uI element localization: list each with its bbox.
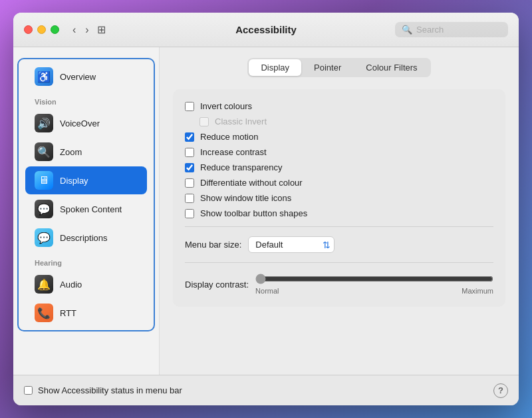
settings-area: Invert colours Classic Invert Reduce mot… [173, 89, 505, 307]
window-title: Accessibility [235, 24, 297, 35]
bottom-checkbox-row: Show Accessibility status in menu bar [24, 385, 493, 395]
increase-contrast-label: Increase contrast [200, 147, 267, 157]
classic-invert-row: Classic Invert [185, 114, 493, 129]
spoken-icon: 💬 [35, 200, 53, 218]
sidebar-item-rtt[interactable]: 📞 RTT [25, 299, 147, 327]
menu-bar-size-row: Menu bar size: Default Large ⇅ [185, 232, 493, 257]
reduce-motion-checkbox[interactable] [185, 132, 194, 142]
right-panel: Display Pointer Colour Filters Invert co… [160, 47, 519, 375]
sidebar-item-display[interactable]: 🖥 Display [25, 166, 147, 194]
sidebar: ♿ Overview Vision 🔊 VoiceOver 🔍 Zoom 🖥 [13, 47, 160, 375]
sidebar-item-label-descriptions: Descriptions [60, 233, 108, 243]
sidebar-overview-border: ♿ Overview Vision 🔊 VoiceOver 🔍 Zoom 🖥 [17, 58, 155, 331]
slider-labels: Normal Maximum [255, 287, 493, 295]
tab-pointer[interactable]: Pointer [302, 59, 353, 76]
search-icon: 🔍 [402, 25, 412, 35]
differentiate-checkbox[interactable] [185, 178, 194, 188]
window: ‹ › ⊞ Accessibility 🔍 ♿ Overview Vision … [13, 13, 519, 405]
sidebar-item-spoken[interactable]: 💬 Spoken Content [25, 195, 147, 223]
help-button[interactable]: ? [493, 383, 508, 398]
zoom-icon: 🔍 [35, 142, 53, 161]
sidebar-item-zoom[interactable]: 🔍 Zoom [25, 138, 147, 166]
contrast-slider-container: Normal Maximum [255, 274, 493, 295]
slider-min-label: Normal [255, 287, 279, 295]
nav-buttons: ‹ › [70, 23, 92, 37]
overview-icon: ♿ [35, 67, 53, 86]
differentiate-row: Differentiate without colour [185, 175, 493, 190]
hearing-section-label: Hearing [20, 252, 152, 270]
close-button[interactable] [24, 25, 33, 34]
toolbar-shapes-label: Show toolbar button shapes [200, 208, 307, 218]
increase-contrast-checkbox[interactable] [185, 148, 194, 157]
sidebar-item-audio[interactable]: 🔔 Audio [25, 270, 147, 298]
menu-bar-size-select[interactable]: Default Large [248, 236, 334, 253]
sidebar-item-label-zoom: Zoom [60, 147, 82, 157]
window-title-checkbox[interactable] [185, 194, 194, 203]
reduce-motion-row: Reduce motion [185, 129, 493, 144]
titlebar: ‹ › ⊞ Accessibility 🔍 [13, 13, 519, 47]
search-bar: 🔍 [395, 22, 508, 37]
classic-invert-label: Classic Invert [215, 116, 267, 126]
voiceover-icon: 🔊 [35, 114, 53, 132]
reduce-transparency-row: Reduce transparency [185, 160, 493, 175]
vision-section-label: Vision [20, 91, 152, 108]
slider-max-label: Maximum [462, 287, 493, 295]
main-content: ♿ Overview Vision 🔊 VoiceOver 🔍 Zoom 🖥 [13, 47, 519, 375]
accessibility-status-label: Show Accessibility status in menu bar [38, 385, 182, 395]
minimize-button[interactable] [37, 25, 46, 34]
traffic-lights [24, 25, 59, 34]
display-contrast-row: Display contrast: Normal Maximum [185, 268, 493, 298]
sidebar-item-label-audio: Audio [60, 280, 82, 290]
tab-colour-filters[interactable]: Colour Filters [354, 59, 429, 76]
window-title-label: Show window title icons [200, 193, 291, 203]
menu-bar-size-wrapper: Default Large ⇅ [248, 236, 334, 253]
invert-colours-checkbox[interactable] [185, 102, 194, 111]
menu-bar-size-label: Menu bar size: [185, 240, 241, 250]
display-contrast-slider[interactable] [255, 274, 493, 284]
display-icon: 🖥 [35, 171, 53, 190]
rtt-icon: 📞 [35, 304, 53, 322]
divider-2 [185, 262, 493, 263]
accessibility-status-checkbox[interactable] [24, 386, 33, 395]
forward-button[interactable]: › [82, 23, 91, 37]
increase-contrast-row: Increase contrast [185, 144, 493, 160]
window-title-row: Show window title icons [185, 190, 493, 206]
sidebar-item-label-overview: Overview [60, 72, 96, 82]
reduce-motion-label: Reduce motion [200, 132, 258, 142]
back-button[interactable]: ‹ [70, 23, 78, 37]
invert-colours-row: Invert colours [185, 99, 493, 114]
invert-colours-label: Invert colours [200, 101, 252, 111]
sidebar-item-voiceover[interactable]: 🔊 VoiceOver [25, 109, 147, 137]
bottom-bar: Show Accessibility status in menu bar ? [13, 375, 519, 405]
sidebar-item-descriptions[interactable]: 💬 Descriptions [25, 224, 147, 252]
tab-display[interactable]: Display [249, 59, 301, 76]
divider-1 [185, 226, 493, 227]
search-input[interactable] [416, 25, 496, 35]
toolbar-shapes-checkbox[interactable] [185, 209, 194, 218]
display-contrast-label: Display contrast: [185, 280, 249, 290]
tab-bar: Display Pointer Colour Filters [173, 58, 505, 77]
grid-button[interactable]: ⊞ [97, 23, 106, 36]
sidebar-item-label-spoken: Spoken Content [60, 204, 122, 214]
sidebar-item-label-display: Display [60, 176, 88, 186]
sidebar-item-label-voiceover: VoiceOver [60, 118, 100, 128]
differentiate-label: Differentiate without colour [200, 178, 303, 188]
classic-invert-checkbox[interactable] [200, 117, 209, 126]
audio-icon: 🔔 [35, 275, 53, 294]
toolbar-shapes-row: Show toolbar button shapes [185, 206, 493, 221]
maximize-button[interactable] [51, 25, 59, 34]
sidebar-item-label-rtt: RTT [60, 308, 76, 318]
reduce-transparency-checkbox[interactable] [185, 163, 194, 172]
descriptions-icon: 💬 [35, 228, 53, 247]
sidebar-item-overview[interactable]: ♿ Overview [25, 63, 147, 91]
tab-group: Display Pointer Colour Filters [247, 58, 430, 77]
reduce-transparency-label: Reduce transparency [200, 162, 283, 172]
